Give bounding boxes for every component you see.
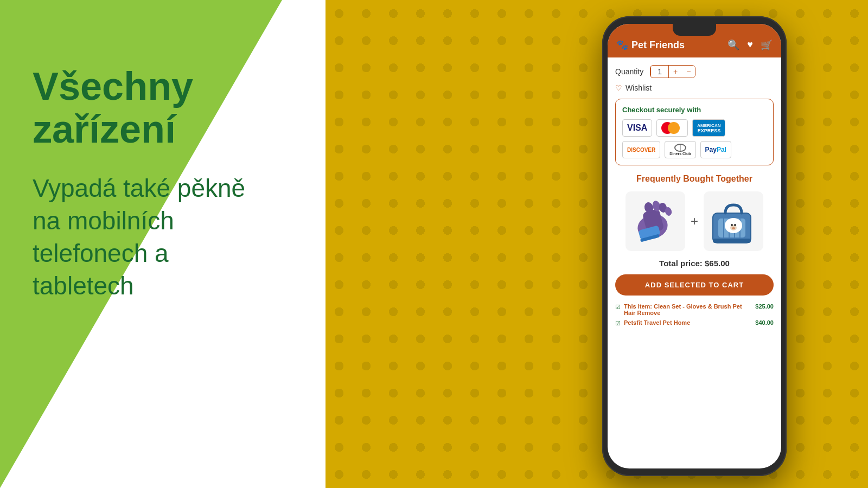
quantity-row: Quantity 1 + − — [615, 65, 774, 78]
fbt-checkbox-2[interactable]: ☑ — [615, 320, 621, 327]
fbt-section: Frequently Bought Together — [615, 174, 774, 327]
search-icon[interactable]: 🔍 — [727, 39, 739, 51]
quantity-label: Quantity — [615, 67, 643, 76]
phone-container: 🐾 Pet Friends 🔍 ♥ 🛒 Quantity 1 + — [602, 16, 787, 476]
fbt-items: ☑ This item: Clean Set - Gloves & Brush … — [615, 303, 774, 327]
amex-logo: AMERICAN EXPRESS — [692, 119, 725, 137]
fbt-products: + — [615, 191, 774, 251]
svg-point-19 — [731, 224, 733, 226]
svg-rect-22 — [713, 239, 751, 243]
diners-logo: Diners Club — [665, 141, 695, 158]
quantity-plus-button[interactable]: + — [669, 66, 682, 78]
main-heading: Všechny zařízení — [33, 65, 336, 151]
dot-pattern-yellow — [326, 0, 868, 488]
visa-logo: VISA — [622, 119, 652, 137]
wishlist-row: ♡ Wishlist — [615, 84, 774, 92]
fbt-plus: + — [691, 214, 698, 229]
fbt-product-1 — [626, 191, 685, 251]
mc-yellow-circle — [668, 122, 680, 134]
checkout-box: Checkout securely with VISA — [615, 99, 774, 165]
app-content: Quantity 1 + − ♡ Wishlist Checkout secur… — [608, 57, 781, 338]
heart-header-icon[interactable]: ♥ — [747, 39, 753, 51]
left-content: Všechny zařízení Vypadá také pěkně na mo… — [33, 65, 336, 303]
mastercard-logo — [656, 119, 688, 137]
sub-heading: Vypadá také pěkně na mobilních telefonec… — [33, 172, 336, 302]
paw-icon: 🐾 — [616, 39, 628, 51]
carrier-image — [706, 194, 761, 248]
app-header-icons: 🔍 ♥ 🛒 — [727, 39, 773, 51]
phone-screen: 🐾 Pet Friends 🔍 ♥ 🛒 Quantity 1 + — [608, 24, 781, 468]
fbt-title: Frequently Bought Together — [615, 174, 774, 184]
paypal-logo: PayPal — [700, 141, 731, 158]
wishlist-label: Wishlist — [626, 84, 652, 92]
phone-outer: 🐾 Pet Friends 🔍 ♥ 🛒 Quantity 1 + — [602, 16, 787, 476]
app-name: Pet Friends — [631, 40, 685, 51]
fbt-checkbox-1[interactable]: ☑ — [615, 304, 621, 311]
cart-icon[interactable]: 🛒 — [761, 39, 773, 51]
fbt-item-2: ☑ Petsfit Travel Pet Home $40.00 — [615, 319, 774, 327]
phone-notch — [673, 24, 716, 36]
fbt-product-2 — [704, 191, 763, 251]
total-label: Total price: — [659, 259, 703, 268]
quantity-value: 1 — [650, 66, 669, 78]
add-to-cart-button[interactable]: ADD SELECTED TO CART — [615, 274, 774, 296]
subheading-line1: Vypadá také pěkně — [33, 174, 245, 202]
svg-point-20 — [734, 224, 736, 226]
quantity-control: 1 + − — [650, 65, 695, 78]
payment-logos: VISA AMERICAN EXPRESS — [622, 119, 767, 158]
discover-logo: DISCOVER — [622, 141, 660, 158]
subheading-line4: tabletech — [33, 272, 134, 300]
subheading-line2: na mobilních — [33, 207, 174, 235]
fbt-total: Total price: $65.00 — [615, 259, 774, 268]
subheading-line3: telefonech a — [33, 239, 169, 267]
total-value: $65.00 — [705, 259, 730, 268]
quantity-minus-button[interactable]: − — [682, 66, 695, 78]
fbt-item-price-2: $40.00 — [755, 319, 774, 326]
fbt-item-price-1: $25.00 — [755, 303, 774, 310]
svg-point-21 — [732, 227, 735, 229]
wishlist-heart-icon: ♡ — [615, 84, 622, 92]
app-logo: 🐾 Pet Friends — [616, 39, 685, 51]
glove-image — [628, 194, 682, 248]
fbt-item-name-1: This item: Clean Set - Gloves & Brush Pe… — [624, 303, 752, 316]
fbt-item-1: ☑ This item: Clean Set - Gloves & Brush … — [615, 303, 774, 316]
fbt-item-name-2: Petsfit Travel Pet Home — [624, 319, 752, 326]
checkout-title: Checkout securely with — [622, 106, 767, 114]
